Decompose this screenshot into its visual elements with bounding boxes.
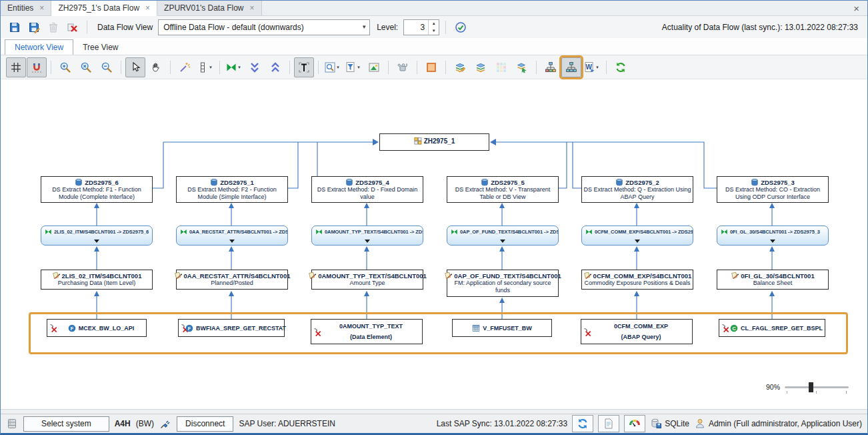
node-datasource-5[interactable]: 0CFM_COMM_EXP/S4BCLNT001 Commodity Expos… <box>581 270 693 290</box>
node-replica-5[interactable]: ZDS2975_2 DS Extract Method: Q - Extract… <box>581 176 693 203</box>
pan-tool-button[interactable] <box>146 57 166 77</box>
auto-layout-button[interactable] <box>175 57 195 77</box>
chevron-down-icon[interactable]: ▾ <box>237 65 243 70</box>
zoom-slider-handle[interactable] <box>809 382 813 392</box>
select-system-button[interactable]: Select system <box>23 416 109 432</box>
zoom-in-button[interactable] <box>55 57 75 77</box>
node-replica-3[interactable]: ZDS2975_4 DS Extract Method: D - Fixed D… <box>311 176 423 203</box>
node-replica-1[interactable]: ZDS2975_6 DS Extract Method: F1 - Functi… <box>41 176 153 203</box>
node-root-zh2975-1[interactable]: ZH2975_1 <box>379 133 489 151</box>
hierarchy-layout-button[interactable] <box>561 57 581 77</box>
node-replica-2[interactable]: ZDS2975_1 DS Extract Method: F2 - Functi… <box>176 176 288 203</box>
magnet-icon <box>31 61 43 73</box>
node-datasource-1[interactable]: 2LIS_02_ITM/S4BCLNT001 Purchasing Data (… <box>41 270 153 290</box>
tab-zpurv01-data-flow[interactable]: ZPURV01's Data Flow× <box>157 1 261 15</box>
save-button[interactable] <box>6 19 23 35</box>
snap-toggle-button[interactable] <box>27 57 47 77</box>
datasource-icon <box>444 272 452 280</box>
node-transformation-3[interactable]: 0AMOUNT_TYP_TEXT/S4BCLNT001 -> ZDS2975_4 <box>311 226 423 246</box>
node-datasource-2[interactable]: 0AA_RECSTAT_ATTR/S4BCLNT001 Planned/Post… <box>176 270 288 290</box>
column-layout-button[interactable]: ▾ <box>195 57 215 77</box>
node-transformation-1[interactable]: 2LIS_02_ITM/S4BCLNT001 -> ZDS2975_6 <box>41 226 153 246</box>
frame-button[interactable] <box>421 57 441 77</box>
node-source-2[interactable]: BWFIAA_SREP_GET_RECSTAT <box>178 319 285 337</box>
chevron-down-icon[interactable]: ▾ <box>595 65 601 70</box>
datasource-replica-icon <box>75 178 83 186</box>
disconnect-button[interactable]: Disconnect <box>177 416 233 432</box>
node-source-6[interactable]: CL_FAGL_SREP_GET_BSPL <box>719 319 825 337</box>
filter-button[interactable]: ▾ <box>343 57 363 77</box>
close-icon[interactable]: × <box>39 4 44 12</box>
node-replica-4[interactable]: ZDS2975_5 DS Extract Method: V - Transpa… <box>447 176 559 203</box>
chevron-down-icon[interactable]: ▾ <box>209 65 214 70</box>
tab-zh2975-1-data-flow[interactable]: ZH2975_1's Data Flow× <box>51 1 157 16</box>
refresh-button[interactable] <box>611 57 631 77</box>
collapse-all-button[interactable] <box>265 57 285 77</box>
node-datasource-3[interactable]: 0AMOUNT_TYP_TEXT/S4BCLNT001 Amount Type <box>311 270 423 290</box>
network-diagram-canvas[interactable]: ZH2975_1 ZDS2975_6 DS Extract Method: F1… <box>1 79 867 409</box>
funnel-icon <box>345 61 357 73</box>
zoom-out-button[interactable] <box>97 57 117 77</box>
log-button[interactable] <box>598 415 619 432</box>
collapse-triangle-icon[interactable] <box>500 240 505 243</box>
tab-label: ZPURV01's Data Flow <box>164 3 243 13</box>
close-icon[interactable]: × <box>845 1 867 15</box>
table-icon <box>472 324 480 332</box>
collapse-triangle-icon[interactable] <box>94 240 99 243</box>
no-jump-icon <box>49 324 58 332</box>
layers-export-button[interactable] <box>512 57 532 77</box>
node-transformation-2[interactable]: 0AA_RECSTAT_ATTR/S4BCLNT001 -> ZDS2975_1 <box>176 226 288 246</box>
validate-button[interactable] <box>452 19 469 35</box>
export-image-button[interactable] <box>364 57 384 77</box>
column-layout-icon <box>197 61 209 73</box>
show-text-button[interactable] <box>294 57 314 77</box>
collapse-triangle-icon[interactable] <box>365 240 370 243</box>
tab-tree-view[interactable]: Tree View <box>73 40 127 55</box>
node-title: 0AMOUNT_TYP_TEXT/S4BCLNT001 -> ZDS2975_4 <box>325 229 423 235</box>
select-tool-button[interactable] <box>125 57 145 77</box>
node-title: MCEX_BW_LO_API <box>79 325 135 332</box>
node-datasource-6[interactable]: 0FI_GL_30/S4BCLNT001 Balance Sheet <box>717 270 829 290</box>
collapse-triangle-icon[interactable] <box>229 240 235 243</box>
collapse-triangle-icon[interactable] <box>635 240 640 243</box>
node-title: 0FI_GL_30/S4BCLNT001 <box>741 272 814 280</box>
node-transformation-4[interactable]: 0AP_OF_FUND_TEXT/S4BCLNT001 -> ZDS2975_5 <box>447 226 559 246</box>
zoom-fit-button[interactable] <box>76 57 96 77</box>
stepper-up-icon[interactable]: ▲ <box>429 20 439 27</box>
chevron-down-icon[interactable]: ▾ <box>357 65 362 70</box>
node-datasource-4[interactable]: 0AP_OF_FUND_TEXT/S4BCLNT001 FM: Applicat… <box>447 270 559 297</box>
layers-button[interactable] <box>471 57 491 77</box>
node-source-5[interactable]: 0CFM_COMM_EXP(ABAP Query) <box>581 319 693 344</box>
grid-colors-button[interactable] <box>491 57 511 77</box>
node-replica-6[interactable]: ZDS2975_3 DS Extract Method: CO - Extrac… <box>717 176 829 203</box>
tab-network-view[interactable]: Network View <box>5 39 73 55</box>
collapse-triangle-icon[interactable] <box>770 240 775 243</box>
tab-entities[interactable]: Entities× <box>1 1 51 15</box>
save-icon <box>9 21 21 33</box>
word-export-button[interactable]: ▾ <box>582 57 602 77</box>
sync-button[interactable] <box>572 415 593 432</box>
hierarchy-colored-button[interactable] <box>541 57 561 77</box>
node-source-4[interactable]: V_FMFUSET_BW <box>452 319 552 337</box>
chevron-down-icon[interactable]: ▾ <box>336 65 341 70</box>
separator <box>219 61 220 74</box>
zoom-slider[interactable] <box>785 386 849 388</box>
close-icon[interactable]: × <box>250 4 255 12</box>
find-button[interactable]: ▾ <box>323 57 343 77</box>
node-source-1[interactable]: MCEX_BW_LO_API <box>47 319 147 337</box>
expand-all-button[interactable] <box>245 57 265 77</box>
level-stepper[interactable]: 3 ▲▼ <box>403 19 439 35</box>
grid-toggle-button[interactable] <box>6 57 26 77</box>
performance-button[interactable] <box>624 415 645 432</box>
cleanup-button[interactable] <box>393 57 413 77</box>
transformation-display-button[interactable]: ▾ <box>224 57 244 77</box>
node-transformation-5[interactable]: 0CFM_COMM_EXP/S4BCLNT001 -> ZDS2975_2 <box>581 226 693 246</box>
close-icon[interactable]: × <box>145 4 150 12</box>
edit-layers-button[interactable] <box>450 57 470 77</box>
save-as-button[interactable] <box>25 19 42 35</box>
node-source-3[interactable]: 0AMOUNT_TYP_TEXT(Data Element) <box>311 319 423 344</box>
data-flow-view-select[interactable]: Offline Data Flow - default (downwards)▼ <box>158 19 370 35</box>
delete-view-button[interactable] <box>64 19 81 35</box>
stepper-down-icon[interactable]: ▼ <box>429 27 439 35</box>
node-transformation-6[interactable]: 0FI_GL_30/S4BCLNT001 -> ZDS2975_3 <box>717 226 829 246</box>
